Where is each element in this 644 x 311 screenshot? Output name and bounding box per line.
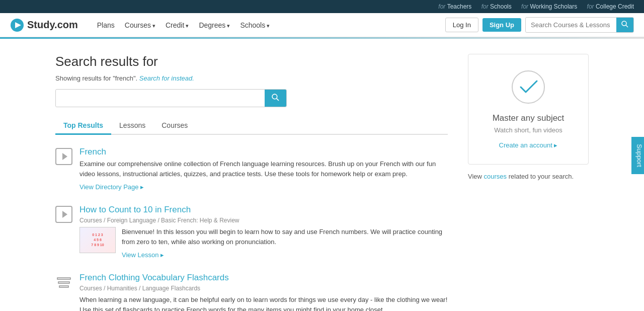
video-icon-count (55, 206, 72, 223)
result-thumbnail-count: 0 1 2 34 5 67 8 9 10 (79, 227, 116, 253)
result-desc-count: Bienvenue! In this lesson you will begin… (122, 227, 448, 247)
main-search-bar: Frence (55, 89, 287, 107)
sidebar-courses-view: View (468, 173, 482, 180)
result-link-count[interactable]: View Lesson ▸ (122, 251, 164, 259)
play-triangle (62, 153, 67, 160)
nav-schools[interactable]: Schools (236, 19, 274, 31)
top-link-schools[interactable]: for Schools (481, 3, 513, 10)
result-title-clothing[interactable]: French Clothing Vocabulary Flashcards (79, 273, 448, 283)
top-link-working-scholars[interactable]: for Working Scholars (521, 3, 579, 10)
nav-plans[interactable]: Plans (93, 19, 119, 31)
result-description-french: Examine our comprehensive online collect… (79, 159, 448, 179)
search-icon-main (272, 94, 279, 101)
results-tabs: Top Results Lessons Courses (55, 117, 448, 135)
layer-1 (57, 277, 71, 280)
signup-button[interactable]: Sign Up (482, 18, 521, 32)
tab-top-results[interactable]: Top Results (55, 117, 111, 135)
login-button[interactable]: Log In (445, 18, 478, 32)
svg-point-4 (272, 94, 277, 99)
header-search-box (525, 17, 634, 33)
search-subtext-prefix: Showing results for "french". (55, 74, 137, 82)
header-border (0, 37, 644, 39)
support-tab[interactable]: Support (632, 137, 644, 174)
main-nav: Plans Courses Credit Degrees Schools (93, 19, 435, 31)
top-bar: for Teachers for Schools for Working Sch… (0, 0, 644, 13)
layer-3 (59, 285, 69, 288)
nav-degrees[interactable]: Degrees (195, 19, 234, 31)
top-link-teachers[interactable]: for Teachers (438, 3, 473, 10)
search-subtext: Showing results for "french". Search for… (55, 74, 448, 82)
result-link-french[interactable]: View Directory Page ▸ (79, 183, 144, 191)
main-search-input[interactable]: Frence (56, 90, 265, 106)
search-heading: Search results for (55, 54, 448, 69)
sidebar: Master any subject Watch short, fun vide… (468, 54, 589, 311)
result-clothing: French Clothing Vocabulary Flashcards Co… (55, 273, 448, 311)
tab-lessons[interactable]: Lessons (111, 117, 153, 135)
result-title-count[interactable]: How to Count to 10 in French (79, 205, 448, 215)
result-body-count: How to Count to 10 in French Courses / F… (79, 205, 448, 259)
svg-point-2 (622, 21, 626, 26)
logo-text: Study.com (27, 19, 78, 31)
svg-point-6 (512, 71, 544, 103)
main-content: Search results for Showing results for "… (45, 54, 599, 311)
result-count: How to Count to 10 in French Courses / F… (55, 205, 448, 259)
check-circle-icon (511, 69, 546, 105)
logo[interactable]: Study.com (10, 18, 78, 32)
result-breadcrumb-clothing: Courses / Humanities / Language Flashcar… (79, 285, 448, 292)
sidebar-card-title: Master any subject (478, 113, 578, 123)
sidebar-courses-text: View courses related to your search. (468, 173, 589, 180)
nav-courses[interactable]: Courses (121, 19, 159, 31)
result-french: French Examine our comprehensive online … (55, 147, 448, 191)
layers-icon-clothing (55, 274, 72, 291)
logo-icon (10, 18, 24, 32)
play-triangle-count (62, 211, 67, 218)
video-icon-french (55, 148, 72, 165)
tab-courses[interactable]: Courses (153, 117, 196, 135)
header-search-button[interactable] (616, 18, 633, 32)
result-text-count: Bienvenue! In this lesson you will begin… (122, 227, 448, 259)
results-content: Search results for Showing results for "… (55, 54, 448, 311)
sidebar-card-subtitle: Watch short, fun videos (478, 126, 578, 134)
header-search-input[interactable] (526, 18, 616, 32)
main-search-button[interactable] (265, 90, 286, 107)
layer-2 (58, 281, 70, 284)
sidebar-courses-link[interactable]: courses (484, 173, 507, 180)
header: Study.com Plans Courses Credit Degrees S… (0, 13, 644, 37)
thumb-content: 0 1 2 34 5 67 8 9 10 (91, 232, 104, 247)
sidebar-card: Master any subject Watch short, fun vide… (468, 54, 589, 165)
svg-line-5 (277, 99, 279, 101)
top-link-college-credit[interactable]: for College Credit (587, 3, 634, 10)
header-right: Log In Sign Up (445, 17, 634, 33)
result-breadcrumb-count: Courses / Foreign Language / Basic Frenc… (79, 217, 448, 224)
result-with-image-count: 0 1 2 34 5 67 8 9 10 Bienvenue! In this … (79, 227, 448, 259)
result-body-french: French Examine our comprehensive online … (79, 147, 448, 191)
sidebar-courses-suffix: related to your search. (509, 173, 574, 180)
result-description-clothing: When learning a new language, it can be … (79, 295, 448, 311)
result-body-clothing: French Clothing Vocabulary Flashcards Co… (79, 273, 448, 311)
search-icon (621, 21, 628, 28)
search-subtext-link[interactable]: Search for instead. (139, 74, 194, 82)
svg-line-3 (626, 25, 628, 27)
sidebar-create-account-link[interactable]: Create an account ▸ (499, 141, 558, 149)
result-title-french[interactable]: French (79, 147, 448, 157)
nav-credit[interactable]: Credit (162, 19, 193, 31)
